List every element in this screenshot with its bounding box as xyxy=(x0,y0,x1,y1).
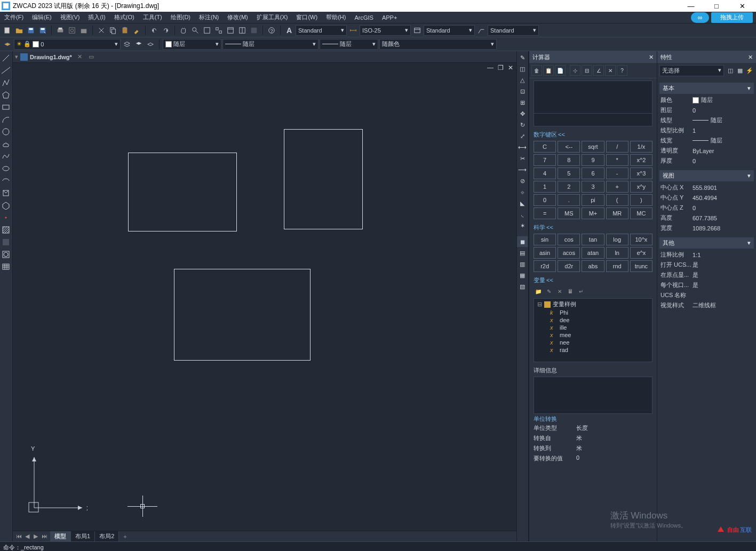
maximize-button[interactable]: □ xyxy=(709,2,725,10)
variable-rad[interactable]: xrad xyxy=(535,346,651,354)
calc-result[interactable] xyxy=(534,113,652,125)
xline-icon[interactable] xyxy=(0,65,12,76)
calc-key-tan[interactable]: tan xyxy=(582,234,604,245)
variables-header[interactable]: 变量 xyxy=(534,276,652,284)
prop-row[interactable]: 宽度1089.2668 xyxy=(657,223,756,233)
calc-help-icon[interactable]: ? xyxy=(617,65,627,76)
spline-icon[interactable] xyxy=(0,150,12,162)
extend-icon[interactable]: ⟶ xyxy=(517,164,528,175)
menu-app[interactable]: APP+ xyxy=(378,13,401,22)
point-icon[interactable] xyxy=(0,212,12,223)
calc-key-[interactable]: ) xyxy=(630,194,652,206)
erase-icon[interactable]: ✎ xyxy=(517,52,528,63)
calc-key-0[interactable]: 0 xyxy=(534,194,556,206)
calc-key-3[interactable]: 3 xyxy=(582,181,604,193)
explode-icon[interactable]: ✶ xyxy=(517,220,528,231)
region-icon[interactable] xyxy=(0,249,12,260)
menu-format[interactable]: 格式(O) xyxy=(110,12,139,22)
menu-tools[interactable]: 工具(T) xyxy=(139,12,166,22)
calc-key-trunc[interactable]: trunc xyxy=(630,260,652,272)
undo-icon[interactable] xyxy=(149,25,160,36)
unit-row[interactable]: 转换到米 xyxy=(534,443,652,453)
calc-paste-icon[interactable]: 📄 xyxy=(555,65,566,76)
layout1-tab[interactable]: 布局1 xyxy=(71,531,95,541)
menu-view[interactable]: 视图(V) xyxy=(56,12,84,22)
prop-row[interactable]: 线型随层 xyxy=(657,115,756,125)
prop-row[interactable]: 厚度0 xyxy=(657,156,756,166)
calc-key-atan[interactable]: atan xyxy=(582,247,604,259)
prop-row[interactable]: 中心点 Y450.4994 xyxy=(657,193,756,203)
zoomwin-icon[interactable] xyxy=(202,25,212,36)
prop-row[interactable]: 线宽随层 xyxy=(657,135,756,146)
help-icon[interactable]: ? xyxy=(266,25,277,36)
chamfer-icon[interactable]: ◣ xyxy=(517,198,528,209)
menu-window[interactable]: 窗口(W) xyxy=(292,12,322,22)
tab-nav-last-icon[interactable]: ⏭ xyxy=(41,533,48,540)
line-icon[interactable] xyxy=(0,52,12,64)
menu-file[interactable]: 文件(F) xyxy=(0,12,28,22)
calc-getx-icon[interactable]: ✕ xyxy=(605,65,616,76)
layer-tool3-icon[interactable]: ▦ xyxy=(517,270,528,281)
command-history[interactable]: 命令：_rectang指定第一个角点或 [倒角(C)/标高(E)/圆角(F)/正… xyxy=(0,542,756,551)
pan-icon[interactable] xyxy=(178,25,189,36)
viewport-close-icon[interactable]: ✕ xyxy=(508,64,513,71)
unit-convert-header[interactable]: 单位转换 xyxy=(534,415,652,423)
var-calc-icon[interactable]: 🖩 xyxy=(566,286,575,296)
layer-tool4-icon[interactable]: ▧ xyxy=(517,281,528,292)
calc-key-1[interactable]: 1 xyxy=(534,181,556,193)
gradient-icon[interactable] xyxy=(0,236,12,248)
layer-tool2-icon[interactable]: ▥ xyxy=(517,259,528,269)
model-tab[interactable]: 模型 xyxy=(50,531,71,541)
calc-key-2[interactable]: 2 xyxy=(558,181,580,193)
variable-Phi[interactable]: kPhi xyxy=(535,309,651,316)
stretch-icon[interactable]: ⟷ xyxy=(517,142,528,153)
plotstyle-select[interactable]: 随颜色▾ xyxy=(379,39,497,50)
layerprops-icon[interactable] xyxy=(2,39,13,50)
prop-row[interactable]: 每个视口...是 xyxy=(657,280,756,290)
new-icon[interactable] xyxy=(2,25,13,36)
calc-key-x2[interactable]: x^2 xyxy=(630,154,652,166)
layout2-tab[interactable]: 布局2 xyxy=(95,531,119,541)
calc-key-rnd[interactable]: rnd xyxy=(606,260,628,272)
preview-icon[interactable] xyxy=(67,25,77,36)
calc-key-pi[interactable]: pi xyxy=(582,194,604,206)
color-select[interactable]: 随层▾ xyxy=(163,39,221,50)
prop-row[interactable]: 高度607.7385 xyxy=(657,213,756,223)
revcloud-icon[interactable] xyxy=(0,138,12,150)
menu-arcgis[interactable]: ArcGIS xyxy=(350,13,377,22)
makeblock-icon[interactable] xyxy=(0,199,12,211)
join-icon[interactable]: ⟐ xyxy=(517,187,528,197)
calc-key-10x[interactable]: 10^x xyxy=(630,234,652,245)
calc-key-C[interactable]: C xyxy=(534,141,556,153)
linetype-select[interactable]: 随层▾ xyxy=(222,39,319,50)
break-icon[interactable]: ⊘ xyxy=(517,175,528,186)
quickselect-icon[interactable]: ◫ xyxy=(726,67,735,75)
calc-key-4[interactable]: 4 xyxy=(534,167,556,179)
prop-row[interactable]: 线型比例1 xyxy=(657,125,756,135)
variable-mee[interactable]: xmee xyxy=(535,331,651,339)
layer-icon3[interactable] xyxy=(133,39,144,50)
viewport-min-icon[interactable]: — xyxy=(487,64,494,71)
trim-icon[interactable]: ✂ xyxy=(517,153,528,164)
move-icon[interactable]: ✥ xyxy=(517,108,528,119)
calc-key-8[interactable]: 8 xyxy=(558,154,580,166)
variable-ille[interactable]: xille xyxy=(535,324,651,331)
toggle-pickfirst-icon[interactable]: ⚡ xyxy=(745,67,754,75)
tab-nav-first-icon[interactable]: ⏮ xyxy=(15,533,22,540)
ellipsearc-icon[interactable] xyxy=(0,175,12,187)
calc-key-[interactable]: - xyxy=(606,167,628,179)
calc-key-7[interactable]: 7 xyxy=(534,154,556,166)
calc-key-abs[interactable]: abs xyxy=(582,260,604,272)
lineweight-select[interactable]: 随层▾ xyxy=(320,39,378,50)
calc-key-log[interactable]: log xyxy=(606,234,628,245)
drawing-canvas[interactable]: ▾ Drawing1.dwg* ✕ ▭ — ❐ ✕ X Y xyxy=(13,51,517,541)
calc-key-ex[interactable]: e^x xyxy=(630,247,652,259)
prop-row[interactable]: 中心点 X555.8901 xyxy=(657,182,756,193)
block-icon[interactable] xyxy=(0,187,12,199)
menu-express[interactable]: 扩展工具(X) xyxy=(252,12,292,22)
prop-row[interactable]: 注释比例1:1 xyxy=(657,250,756,260)
calc-getpoint-icon[interactable]: ⊹ xyxy=(570,65,580,76)
selection-combo[interactable]: 无选择▾ xyxy=(659,65,724,76)
var-send-icon[interactable]: ↵ xyxy=(576,286,586,296)
dimstyle-select[interactable]: ISO-25▾ xyxy=(360,25,411,36)
